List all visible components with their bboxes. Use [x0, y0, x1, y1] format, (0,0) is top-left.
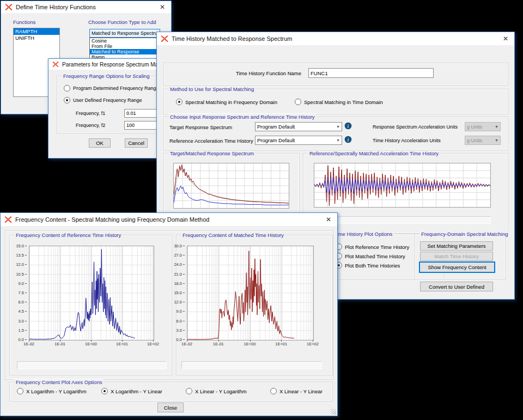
radio-label: Spectral Matching in Frequency Domain [185, 99, 277, 105]
chevron-down-icon: ▼ [336, 138, 340, 142]
droplist-option-highlighted[interactable]: Matched to Response Spectrum [90, 49, 156, 54]
chevron-down-icon: ▼ [495, 125, 498, 129]
rs-units-combo: g Units ▼ [465, 122, 501, 131]
params-dialog-title: Parameters for Response Spectrum Matchin… [62, 62, 158, 68]
radio-icon [101, 388, 108, 394]
rs-units-value: g Units [467, 124, 482, 130]
params-dialog-titlebar[interactable]: Parameters for Response Spectrum Matchin… [48, 59, 162, 70]
radio-label: Plot Matched Time History [345, 253, 405, 259]
function-name-value: FUNC1 [311, 70, 328, 76]
csi-app-icon [4, 216, 12, 223]
cancel-button[interactable]: Cancel [125, 138, 148, 148]
match-time-history-button: Match Time History [420, 252, 493, 261]
choose-type-label: Choose Function Type to Add [88, 19, 156, 25]
target-spectrum-label: Target Response Spectrum [169, 124, 232, 130]
list-item[interactable]: RAMPTH [14, 28, 59, 35]
radio-icon [17, 388, 23, 394]
time-history-preview-chart [314, 163, 490, 206]
f1-value: 0.01 [126, 111, 136, 116]
show-frequency-content-button[interactable]: Show Frequency Content [419, 261, 495, 273]
radio-xlinear-ylog[interactable]: X Linear - Y Logarithm [186, 388, 247, 394]
close-button[interactable]: Close [157, 403, 184, 412]
frequency-content-dialog: Frequency Content - Spectral Matching us… [0, 212, 338, 416]
freq-reference-group-label: Frequency Content of Reference Time Hist… [14, 232, 123, 238]
function-name-input[interactable]: FUNC1 [308, 68, 434, 78]
th-units-value: g Units [467, 138, 482, 143]
radio-icon [64, 85, 70, 92]
list-item[interactable]: UNIFTH [14, 35, 59, 41]
radio-icon [176, 99, 183, 105]
target-spectrum-value: Program Default [257, 124, 295, 130]
droplist-option[interactable]: From File [90, 44, 156, 49]
radio-plot-matched[interactable]: Plot Matched Time History [336, 253, 405, 259]
freq-matched-group-label: Frequency Content of Matched Time Histor… [181, 232, 285, 238]
radio-label: Spectral Matching in Time Domain [304, 99, 383, 105]
freq-matched-chart: 0.03.06.09.012.015.018.021.024.027.030.0… [169, 241, 322, 350]
csi-app-icon [52, 61, 59, 68]
plot-options-group-label: Time History Plot Options [332, 231, 394, 237]
radio-label: X Logarithm - Y Logarithm [26, 388, 87, 394]
response-spectrum-preview-chart [173, 163, 288, 208]
f2-label: Frequency, f2 [76, 123, 105, 128]
freq-dialog-title: Frequency Content - Spectral Matching us… [15, 216, 209, 223]
spectrum-preview-group-label: Target/Matched Response Spectrum [168, 150, 256, 156]
radio-plot-reference[interactable]: Plot Reference Time History [336, 244, 409, 250]
input-spectrum-group-label: Choose Input Response Spectrum and Refer… [168, 114, 317, 120]
target-spectrum-combo[interactable]: Program Default ▼ [255, 122, 342, 131]
radio-frequency-domain[interactable]: Spectral Matching in Frequency Domain [176, 99, 277, 105]
freq-matched-status-bar [181, 361, 322, 369]
freq-reference-status-bar [17, 361, 167, 369]
convert-to-user-defined-button[interactable]: Convert to User Defined [420, 282, 493, 291]
chevron-down-icon: ▼ [336, 125, 340, 129]
function-name-label: Time History Function Name [236, 70, 301, 76]
radio-label: Program Determined Frequency Range [73, 86, 159, 91]
radio-xlog-ylog[interactable]: X Logarithm - Y Logarithm [17, 388, 87, 394]
radio-plot-both[interactable]: Plot Both Time Histories [336, 262, 400, 269]
resize-grip[interactable] [331, 409, 336, 415]
radio-xlog-ylinear[interactable]: X Logarithm - Y Linear [101, 388, 162, 394]
function-type-combo[interactable]: Matched to Response Spectrum ▼ [89, 29, 160, 38]
method-group-label: Method to Use for Spectral Matching [168, 86, 256, 92]
fd-matching-group-label: Frequency-Domain Spectral Matching [419, 231, 509, 237]
freq-dialog-titlebar[interactable]: Frequency Content - Spectral Matching us… [1, 213, 337, 226]
droplist-option[interactable]: Cosine [90, 38, 156, 44]
define-dialog-titlebar[interactable]: Define Time History Functions ✕ [1, 1, 171, 13]
radio-label: Plot Both Time Histories [345, 263, 400, 269]
ok-button[interactable]: OK [89, 138, 111, 148]
functions-label: Functions [13, 19, 35, 25]
close-icon[interactable]: ✕ [157, 3, 167, 11]
radio-label: Plot Reference Time History [345, 244, 409, 250]
close-icon[interactable]: ✕ [501, 35, 510, 42]
chevron-down-icon: ▼ [495, 138, 498, 142]
radio-user-defined[interactable]: User Defined Frequency Range [64, 97, 142, 104]
radio-xlinear-ylinear[interactable]: X Linear - Y Linear [270, 388, 323, 394]
matching-parameters-dialog: Parameters for Response Spectrum Matchin… [48, 58, 162, 159]
info-icon[interactable]: i [344, 136, 352, 143]
csi-app-icon [5, 3, 13, 11]
radio-icon [295, 99, 301, 105]
desktop: Define Time History Functions ✕ Function… [0, 0, 523, 420]
radio-icon [270, 388, 277, 394]
reference-th-combo[interactable]: Program Default ▼ [255, 136, 342, 145]
frequency-range-group-label: Frequency Range Options for Scaling [62, 73, 151, 79]
th-units-label: Time History Acceleration Units [373, 138, 441, 143]
info-icon[interactable]: i [344, 122, 352, 130]
radio-label: User Defined Frequency Range [73, 98, 142, 103]
function-type-value: Matched to Response Spectrum [92, 31, 160, 36]
f1-label: Frequency, f1 [76, 111, 105, 116]
matched-dialog-titlebar[interactable]: Time History Matched to Response Spectru… [157, 32, 514, 45]
radio-time-domain[interactable]: Spectral Matching in Time Domain [295, 99, 383, 105]
function-type-droplist[interactable]: Cosine From File Matched to Response Spe… [89, 38, 157, 61]
define-dialog-title: Define Time History Functions [16, 4, 96, 10]
close-icon[interactable]: ✕ [324, 216, 333, 223]
reference-th-label: Reference Acceleration Time History [169, 138, 253, 144]
radio-label: X Linear - Y Logarithm [195, 388, 247, 394]
axes-options-group-label: Frequency Content Plot Axes Options [14, 379, 104, 385]
csi-app-icon [161, 35, 168, 42]
svg-text:i: i [348, 123, 349, 129]
radio-label: X Linear - Y Linear [279, 388, 323, 394]
radio-program-determined[interactable]: Program Determined Frequency Range [64, 85, 159, 92]
rs-units-label: Response Spectrum Acceleration Units [373, 124, 458, 130]
set-matching-parameters-button[interactable]: Set Matching Parameters [420, 241, 493, 251]
reference-th-value: Program Default [257, 137, 295, 143]
